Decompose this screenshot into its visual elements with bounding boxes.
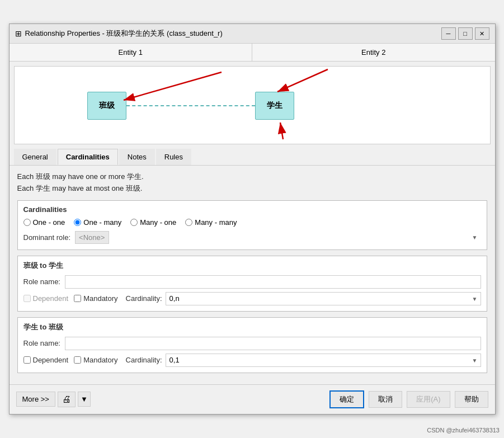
entity1-header: Entity 1 xyxy=(10,44,253,61)
section1-dependent[interactable]: Dependent xyxy=(23,294,69,303)
print-dropdown-button[interactable]: ▼ xyxy=(78,392,91,407)
section1-cardinality-wrapper: 0,n 1,n 0,1 1,1 xyxy=(166,292,481,305)
cardinalities-group: Cardinalities One - one One - many Many … xyxy=(17,200,487,250)
section1-checkbox-row: Dependent Mandatory Cardinality: 0,n 1,n… xyxy=(23,292,481,305)
dominant-select[interactable]: <None> xyxy=(75,231,109,244)
close-button[interactable]: ✕ xyxy=(475,27,489,40)
tab-general[interactable]: General xyxy=(14,149,56,165)
section2-dependent[interactable]: Dependent xyxy=(23,356,69,364)
maximize-button[interactable]: □ xyxy=(458,27,473,40)
description: Each 班级 may have one or more 学生. Each 学生… xyxy=(17,171,487,195)
svg-line-2 xyxy=(124,72,222,100)
tab-rules[interactable]: Rules xyxy=(156,149,191,165)
bottom-left: More >> 🖨 ▼ xyxy=(16,392,91,407)
section2-role-label: Role name: xyxy=(23,339,60,347)
main-window: ⊞ Relationship Properties - 班级和学生的关系 (cl… xyxy=(9,23,496,415)
radio-one-one[interactable]: One - one xyxy=(23,218,65,227)
desc-line1: Each 班级 may have one or more 学生. xyxy=(17,171,487,183)
tab-notes[interactable]: Notes xyxy=(119,149,155,165)
window-icon: ⊞ xyxy=(15,29,22,38)
section2-mandatory[interactable]: Mandatory xyxy=(74,356,117,364)
connector-line xyxy=(126,105,255,106)
confirm-button[interactable]: 确定 xyxy=(329,390,364,408)
section1-title: 班级 to 学生 xyxy=(23,261,481,271)
more-button[interactable]: More >> xyxy=(16,392,55,407)
tab-cardinalities[interactable]: Cardinalities xyxy=(58,149,118,165)
section1-mandatory[interactable]: Mandatory xyxy=(74,294,117,303)
section1-cardinality-select[interactable]: 0,n 1,n 0,1 1,1 xyxy=(166,292,481,305)
entity-header: Entity 1 Entity 2 xyxy=(10,44,495,62)
entity2-box: 学生 xyxy=(255,92,294,120)
section2-cardinality-select[interactable]: 0,1 1,1 0,n 1,n xyxy=(166,354,481,367)
title-bar-controls: ─ □ ✕ xyxy=(441,27,489,40)
radio-one-many[interactable]: One - many xyxy=(74,218,121,227)
help-button[interactable]: 帮助 xyxy=(455,391,488,408)
radio-many-one[interactable]: Many - one xyxy=(130,218,176,227)
radio-row: One - one One - many Many - one Many - m… xyxy=(23,218,481,227)
apply-button[interactable]: 应用(A) xyxy=(407,391,450,408)
dominant-select-wrapper: <None> xyxy=(75,231,481,244)
svg-line-4 xyxy=(280,123,283,139)
section2-title: 学生 to 班级 xyxy=(23,322,481,332)
tabs-row: General Cardinalities Notes Rules xyxy=(10,149,495,166)
svg-line-3 xyxy=(277,69,328,92)
section2-cardinality-label: Cardinality: xyxy=(126,356,162,364)
window-title: Relationship Properties - 班级和学生的关系 (clas… xyxy=(25,29,223,39)
section2-role-row: Role name: xyxy=(23,337,481,350)
section1-role-input[interactable] xyxy=(65,275,481,289)
section2-checkbox-row: Dependent Mandatory Cardinality: 0,1 1,1… xyxy=(23,354,481,367)
entity2-name: 学生 xyxy=(267,101,282,111)
cancel-button[interactable]: 取消 xyxy=(369,391,402,408)
watermark: CSDN @zhufei463738313 xyxy=(427,427,500,434)
title-bar: ⊞ Relationship Properties - 班级和学生的关系 (cl… xyxy=(10,24,495,44)
title-bar-left: ⊞ Relationship Properties - 班级和学生的关系 (cl… xyxy=(15,29,223,39)
entity1-box: 班级 xyxy=(87,92,126,120)
dominant-label: Dominant role: xyxy=(23,233,71,242)
bottom-bar: More >> 🖨 ▼ 确定 取消 应用(A) 帮助 xyxy=(10,384,495,414)
cardinalities-label: Cardinalities xyxy=(23,205,481,214)
section1-role-label: Role name: xyxy=(23,277,60,286)
minimize-button[interactable]: ─ xyxy=(441,27,456,40)
entity2-header: Entity 2 xyxy=(252,44,495,61)
dominant-role-row: Dominant role: <None> xyxy=(23,231,481,244)
entity1-name: 班级 xyxy=(99,101,115,111)
section1-box: 班级 to 学生 Role name: Dependent Mandatory … xyxy=(17,256,487,312)
section2-role-input[interactable] xyxy=(65,337,481,350)
desc-line2: Each 学生 may have at most one 班级. xyxy=(17,183,487,195)
section2-cardinality-wrapper: 0,1 1,1 0,n 1,n xyxy=(166,354,481,367)
section1-cardinality-label: Cardinality: xyxy=(126,294,162,303)
section2-box: 学生 to 班级 Role name: Dependent Mandatory … xyxy=(17,317,487,373)
print-button[interactable]: 🖨 xyxy=(58,392,76,407)
print-icon: 🖨 xyxy=(62,394,71,404)
content-area: Each 班级 may have one or more 学生. Each 学生… xyxy=(10,166,495,384)
diagram-area: 班级 学生 xyxy=(14,66,491,144)
radio-many-many[interactable]: Many - many xyxy=(185,218,237,227)
section1-role-row: Role name: xyxy=(23,275,481,289)
